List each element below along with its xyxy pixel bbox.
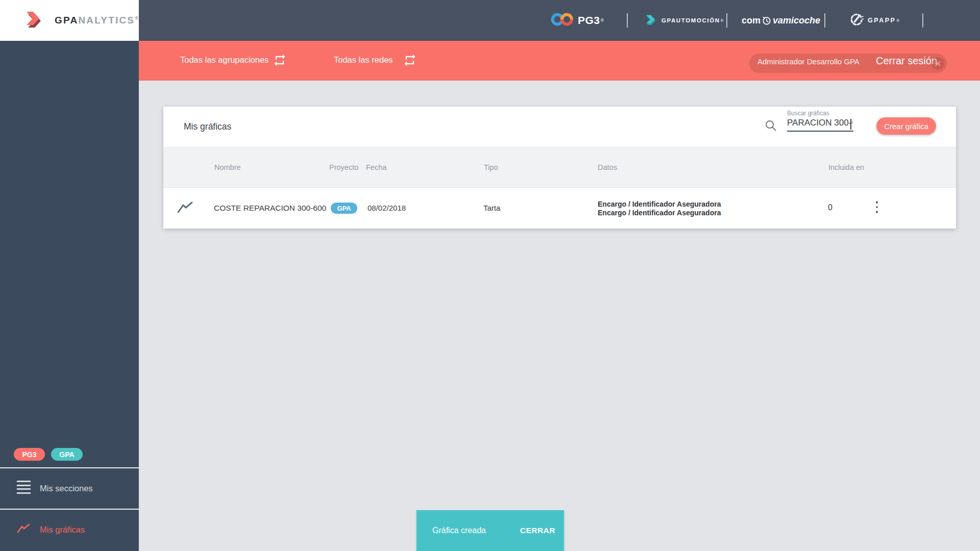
header-divider	[922, 13, 923, 28]
pg3-label: PG3	[578, 14, 600, 27]
chart-line-icon	[177, 201, 193, 217]
gpautomocion-logo[interactable]: GPAUTOMOCIÓN®	[644, 0, 724, 41]
chart-line-icon	[17, 522, 30, 537]
redes-filter-label: Todas las redes	[334, 55, 393, 65]
header-divider	[824, 13, 825, 28]
header-divider	[726, 13, 727, 28]
brand-wordmark: GPANALYTICS®	[55, 15, 139, 26]
snackbar-message: Gráfica creada	[432, 526, 486, 535]
column-header-incluida-en: Incluida en	[828, 163, 864, 171]
pg3-infinity-icon	[550, 11, 574, 30]
pg3-registered: ®	[601, 18, 604, 23]
row-datos-line2: Encargo / Identificador Aseguradora	[598, 209, 721, 217]
column-header-nombre: Nombre	[214, 163, 241, 171]
comprova-pre-label: com	[742, 15, 761, 26]
menu-icon	[17, 481, 31, 494]
row-name: COSTE REPARACION 300-600	[214, 204, 326, 213]
gpapp-registered: ®	[896, 18, 899, 23]
search-icon	[765, 119, 777, 134]
gpapp-logo[interactable]: GPAPP®	[849, 0, 899, 41]
row-datos-line1: Encargo / Identificador Aseguradora	[598, 200, 721, 209]
top-header: PG3® GPAUTOMOCIÓN® com vamico	[139, 0, 980, 41]
row-date: 08/02/2018	[368, 204, 406, 212]
agrupaciones-swap-icon[interactable]	[273, 53, 287, 67]
sidebar-badge-pg3[interactable]: PG3	[14, 448, 45, 461]
gpapp-label: GPAPP	[868, 17, 896, 24]
snackbar-close-button[interactable]: CERRAR	[520, 526, 555, 535]
column-header-proyecto: Proyecto	[329, 163, 358, 171]
sidebar-item-mis-graficas[interactable]: Mis gráficas	[0, 510, 139, 550]
comprova-post-label: vamicoche	[773, 15, 820, 26]
redes-swap-icon[interactable]	[403, 53, 417, 67]
logout-button[interactable]: Cerrar sesión	[876, 55, 937, 67]
user-name: Administrador Desarrollo GPA	[757, 57, 860, 66]
row-menu-button[interactable]	[872, 200, 882, 214]
row-included-in: 0	[828, 203, 832, 212]
clock-icon	[762, 15, 772, 26]
logout-close-icon[interactable]	[932, 57, 944, 70]
brand-logo: GPANALYTICS®	[0, 0, 139, 41]
snackbar: Gráfica creada CERRAR	[416, 510, 564, 551]
project-badge: GPA	[331, 203, 357, 214]
search-input-label: Buscar gráficas	[787, 110, 829, 117]
text-caret	[850, 119, 851, 130]
sidebar-badge-gpa[interactable]: GPA	[51, 448, 83, 461]
column-header-fecha: Fecha	[366, 163, 386, 171]
create-grafica-button[interactable]: Crear gráfica	[876, 117, 936, 135]
sidebar-item-mis-secciones[interactable]: Mis secciones	[0, 468, 139, 509]
search-input-underline	[787, 131, 853, 132]
app-root: PG3® GPAUTOMOCIÓN® com vamico	[0, 0, 980, 551]
gpautomocion-registered: ®	[721, 18, 724, 23]
sidebar-item-label: Mis secciones	[40, 484, 93, 493]
comprovamicoche-logo[interactable]: com vamicoche	[742, 0, 820, 41]
agrupaciones-filter-label: Todas las agrupaciones	[180, 55, 268, 65]
gpanalytics-arrow-icon	[24, 8, 44, 33]
column-header-tipo: Tipo	[484, 163, 498, 171]
gpapp-wrench-icon	[849, 12, 864, 29]
row-type: Tarta	[483, 204, 500, 212]
gpautomocion-label: GPAUTOMOCIÓN	[662, 17, 720, 23]
row-datos: Encargo / Identificador Aseguradora Enca…	[598, 200, 721, 217]
gpautomocion-arrow-icon	[644, 13, 658, 29]
header-divider	[627, 13, 628, 28]
pg3-logo[interactable]: PG3®	[550, 0, 604, 41]
search-graficas-input[interactable]	[787, 118, 852, 128]
sidebar-item-label: Mis gráficas	[40, 525, 85, 535]
column-header-datos: Datos	[598, 163, 617, 171]
page-title: Mis gráficas	[184, 121, 231, 132]
